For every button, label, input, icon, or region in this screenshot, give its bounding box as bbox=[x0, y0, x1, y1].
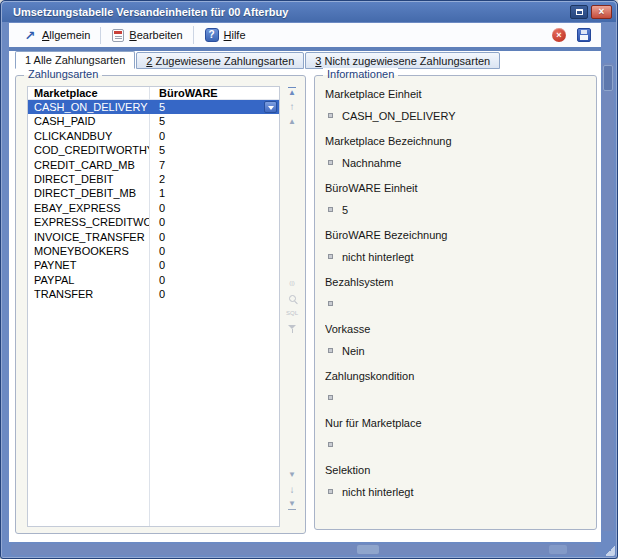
informationen-group: Informationen Marketplace Einheit CASH_O… bbox=[314, 75, 597, 530]
table-row[interactable]: CREDIT_CARD_MB 7 bbox=[28, 158, 279, 172]
table-header: Marketplace BüroWARE bbox=[28, 87, 279, 100]
horizontal-scrollbar-thumb[interactable] bbox=[357, 545, 379, 554]
bullet-icon bbox=[328, 348, 333, 353]
info-list: Marketplace Einheit CASH_ON_DELIVERY Mar… bbox=[325, 88, 588, 521]
zahlungsarten-group-label: Zahlungsarten bbox=[24, 68, 102, 81]
horizontal-scrollbar-button[interactable] bbox=[549, 545, 567, 554]
filter-icon[interactable] bbox=[285, 322, 299, 334]
table-row[interactable]: COD_CREDITWORTHYNESS 5 bbox=[28, 143, 279, 157]
close-button[interactable]: × bbox=[591, 5, 612, 19]
cell-marketplace: CLICKANDBUY bbox=[28, 129, 149, 143]
dropdown-button[interactable] bbox=[264, 101, 277, 113]
info-value: 5 bbox=[342, 204, 348, 216]
cell-bueroware: 5 bbox=[149, 100, 165, 114]
table-row[interactable]: EXPRESS_CREDITWORTHINESS 0 bbox=[28, 215, 279, 229]
table-row[interactable]: EBAY_EXPRESS 0 bbox=[28, 201, 279, 215]
info-entry: Selektion nicht hinterlegt bbox=[325, 464, 588, 498]
save-button[interactable] bbox=[577, 28, 591, 42]
table-toolstrip: ▲↑▲(|)SQL▼↓▼ bbox=[282, 86, 302, 511]
cell-bueroware: 0 bbox=[149, 258, 165, 272]
allgemein-button[interactable]: Allgemein bbox=[15, 26, 98, 44]
cell-marketplace: CREDIT_CARD_MB bbox=[28, 158, 149, 172]
info-label: BüroWARE Bezeichnung bbox=[325, 229, 588, 241]
info-value: CASH_ON_DELIVERY bbox=[342, 110, 456, 122]
table-row[interactable]: MONEYBOOKERS 0 bbox=[28, 244, 279, 258]
bearbeiten-button[interactable]: Bearbeiten bbox=[100, 27, 190, 44]
close-icon: × bbox=[599, 7, 605, 17]
info-label: Vorkasse bbox=[325, 323, 588, 335]
cell-bueroware: 7 bbox=[149, 158, 165, 172]
cell-marketplace: CASH_PAID bbox=[28, 114, 149, 128]
scroll-last-icon[interactable]: ▼ bbox=[285, 499, 299, 511]
move-up-icon[interactable]: ↑ bbox=[285, 101, 299, 113]
tab-zugewiesene-zahlungsarten[interactable]: 2 Zugewiesene Zahlungsarten bbox=[136, 52, 304, 69]
help-icon bbox=[205, 28, 219, 42]
bullet-icon bbox=[328, 207, 333, 212]
cell-marketplace: EBAY_EXPRESS bbox=[28, 201, 149, 215]
table-row[interactable]: TRANSFER 0 bbox=[28, 287, 279, 301]
column-width-icon[interactable]: (|) bbox=[285, 277, 299, 289]
table-body: CASH_ON_DELIVERY 5 CASH_PAID 5 CLICKANDB… bbox=[28, 100, 279, 301]
bullet-icon bbox=[328, 395, 333, 400]
window-title: Umsetzungstabelle Versandeinheiten für 0… bbox=[13, 6, 288, 18]
cell-marketplace: DIRECT_DEBIT_MB bbox=[28, 186, 149, 200]
table-row[interactable]: PAYPAL 0 bbox=[28, 273, 279, 287]
move-down-icon[interactable]: ↓ bbox=[285, 484, 299, 496]
tab-bar: 1 Alle Zahlungsarten 2 Zugewiesene Zahlu… bbox=[9, 51, 601, 69]
info-label: Zahlungskondition bbox=[325, 370, 588, 382]
tab-alle-zahlungsarten[interactable]: 1 Alle Zahlungsarten bbox=[15, 51, 135, 69]
resize-grip[interactable] bbox=[605, 546, 615, 556]
vertical-scrollbar-thumb[interactable] bbox=[603, 65, 613, 91]
info-label: Marketplace Bezeichnung bbox=[325, 135, 588, 147]
cell-bueroware: 0 bbox=[149, 287, 165, 301]
table-row[interactable]: CASH_PAID 5 bbox=[28, 114, 279, 128]
tab-nicht-zugewiesene-zahlungsarten[interactable]: 3 Nicht zugewiesene Zahlungsarten bbox=[305, 52, 500, 69]
cancel-button[interactable]: × bbox=[552, 28, 566, 42]
table-row[interactable]: CASH_ON_DELIVERY 5 bbox=[28, 100, 279, 114]
page-down-icon[interactable]: ▼ bbox=[285, 469, 299, 481]
arrow-ne-icon bbox=[23, 28, 37, 42]
tab-page: Zahlungsarten Marketplace BüroWARE CASH_… bbox=[9, 69, 601, 542]
zahlungsarten-group: Zahlungsarten Marketplace BüroWARE CASH_… bbox=[15, 75, 306, 534]
column-header-bueroware[interactable]: BüroWARE bbox=[149, 87, 218, 99]
scroll-first-icon[interactable]: ▲ bbox=[285, 86, 299, 98]
cell-bueroware: 0 bbox=[149, 230, 165, 244]
cell-bueroware: 0 bbox=[149, 273, 165, 287]
info-label: Nur für Marketplace bbox=[325, 417, 588, 429]
info-label: Marketplace Einheit bbox=[325, 88, 588, 100]
table-row[interactable]: DIRECT_DEBIT 2 bbox=[28, 172, 279, 186]
horizontal-scrollbar[interactable] bbox=[11, 544, 595, 555]
maximize-button[interactable] bbox=[570, 5, 588, 19]
info-value: nicht hinterlegt bbox=[342, 251, 414, 263]
cell-marketplace: COD_CREDITWORTHYNESS bbox=[28, 143, 149, 157]
cell-bueroware: 5 bbox=[149, 143, 165, 157]
hilfe-button[interactable]: Hilfe bbox=[193, 26, 254, 44]
cell-bueroware: 0 bbox=[149, 215, 165, 229]
page-up-icon[interactable]: ▲ bbox=[285, 116, 299, 128]
table-row[interactable]: CLICKANDBUY 0 bbox=[28, 129, 279, 143]
info-entry: Vorkasse Nein bbox=[325, 323, 588, 357]
cell-marketplace: INVOICE_TRANSFER bbox=[28, 230, 149, 244]
cell-marketplace: PAYNET bbox=[28, 258, 149, 272]
table-row[interactable]: INVOICE_TRANSFER 0 bbox=[28, 230, 279, 244]
info-label: Selektion bbox=[325, 464, 588, 476]
info-entry: Nur für Marketplace bbox=[325, 417, 588, 451]
cell-marketplace: TRANSFER bbox=[28, 287, 149, 301]
table-row[interactable]: PAYNET 0 bbox=[28, 258, 279, 272]
titlebar[interactable]: Umsetzungstabelle Versandeinheiten für 0… bbox=[2, 1, 616, 22]
vertical-scrollbar[interactable] bbox=[602, 63, 614, 531]
cell-marketplace: EXPRESS_CREDITWORTHINESS bbox=[28, 215, 149, 229]
zahlungsarten-table[interactable]: Marketplace BüroWARE CASH_ON_DELIVERY 5 … bbox=[27, 86, 280, 527]
cell-bueroware: 0 bbox=[149, 201, 165, 215]
column-header-marketplace[interactable]: Marketplace bbox=[28, 87, 149, 99]
window-controls: × bbox=[570, 5, 612, 19]
info-entry: Bezahlsystem bbox=[325, 276, 588, 310]
table-row[interactable]: DIRECT_DEBIT_MB 1 bbox=[28, 186, 279, 200]
maximize-icon bbox=[576, 9, 583, 15]
sql-icon[interactable]: SQL bbox=[285, 307, 299, 319]
bullet-icon bbox=[328, 489, 333, 494]
cell-bueroware: 5 bbox=[149, 114, 165, 128]
cell-bueroware: 0 bbox=[149, 244, 165, 258]
search-icon[interactable] bbox=[285, 292, 299, 304]
info-label: BüroWARE Einheit bbox=[325, 182, 588, 194]
